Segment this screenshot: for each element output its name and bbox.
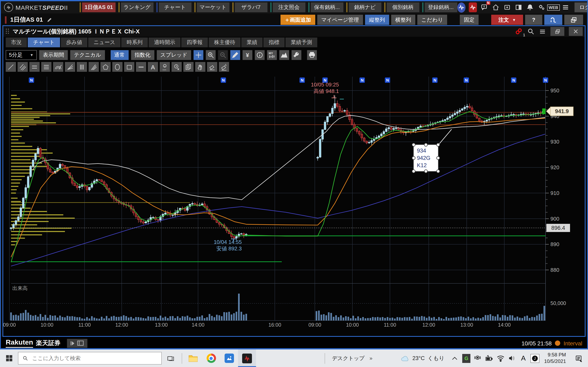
price-chart[interactable]: 10/05 09:25高値 948.110/04 14:55安値 892.393… (3, 72, 585, 336)
ime-language-icon[interactable]: A (518, 350, 528, 367)
tray-battery-icon[interactable] (484, 350, 494, 367)
help-button[interactable]: ? (525, 15, 542, 25)
home-icon[interactable] (492, 2, 500, 12)
settings-gears-icon[interactable] (537, 2, 545, 12)
tab-チャート[interactable]: チャート (28, 38, 60, 47)
app-pulse-blue-icon[interactable] (457, 2, 465, 12)
window-titlebar[interactable]: マルチツール(個別銘柄) 1605 ＩＮＰＥＸ Chi-X 1 (3, 26, 585, 37)
tab-業績予測[interactable]: 業績予測 (285, 38, 317, 47)
order-button[interactable]: 注文▼ (491, 15, 523, 25)
icon-stamp-icon[interactable]: icon (160, 62, 170, 72)
eraser-icon[interactable] (207, 62, 217, 72)
side-panel-toggle-button[interactable] (67, 339, 87, 348)
start-button[interactable] (0, 350, 18, 367)
zoom-in-icon[interactable] (206, 50, 216, 60)
window-add-icon[interactable] (503, 2, 511, 12)
line-icon[interactable] (6, 62, 16, 72)
quick-order-icon-button[interactable] (544, 15, 562, 25)
tab-株主優待[interactable]: 株主優待 (209, 38, 241, 47)
menu-tab-3[interactable]: マーケット (197, 2, 229, 12)
tab-業績[interactable]: 業績 (241, 38, 263, 47)
panel-toggle-icon[interactable] (514, 2, 522, 12)
menu-tab-5[interactable]: 注文照会 (273, 2, 305, 12)
subheader-button-5[interactable]: 固定 (460, 15, 479, 25)
mode-button-0[interactable]: 通常 (111, 50, 129, 60)
rectangle-icon[interactable] (124, 62, 134, 72)
yen-icon[interactable]: ¥ (242, 50, 252, 60)
tab-市況[interactable]: 市況 (6, 38, 27, 47)
menu-tab-0[interactable]: 1日信AS 01 (82, 2, 115, 12)
duplicate-window-button[interactable] (564, 15, 583, 25)
tray-camera-icon[interactable] (472, 350, 483, 367)
chrome-icon[interactable] (202, 350, 220, 367)
tray-volume-icon[interactable] (507, 350, 517, 367)
tab-四季報[interactable]: 四季報 (181, 38, 208, 47)
menu-tab-7[interactable]: 銘柄ナビ (348, 2, 381, 12)
subheader-button-1[interactable]: マイページ管理 (317, 15, 363, 25)
marketspeed-taskbar-icon[interactable] (238, 350, 256, 367)
tray-chevron-up-icon[interactable] (449, 350, 460, 367)
task-view-button[interactable] (162, 350, 180, 367)
desktop-expand-chevrons[interactable]: » (370, 355, 372, 361)
app-pulse-red-icon[interactable] (468, 2, 477, 12)
vlines-icon[interactable] (77, 62, 87, 72)
taskbar-search[interactable] (18, 352, 162, 365)
notification-center-icon[interactable] (571, 350, 586, 367)
logout-button[interactable]: ログアウト (575, 2, 588, 12)
window-menu-icon[interactable] (539, 28, 546, 35)
ime-mode-icon[interactable]: J (529, 350, 540, 367)
menu-tab-9[interactable]: 登録銘柄... (424, 2, 457, 12)
hamburger-menu-icon[interactable] (562, 2, 570, 12)
fan-lines-icon[interactable] (65, 62, 75, 72)
draw-pencil-icon[interactable] (230, 50, 240, 60)
search-icon[interactable] (527, 28, 535, 35)
mode-button-1[interactable]: 指数化 (131, 50, 154, 60)
fibo-arc-icon[interactable] (53, 62, 63, 72)
my-chart-icon[interactable]: MY (267, 50, 277, 60)
mode-button-2[interactable]: スプレッド (156, 50, 191, 60)
copy-list-icon[interactable] (183, 62, 194, 72)
tab-時系列[interactable]: 時系列 (121, 38, 148, 47)
info-icon[interactable] (255, 50, 265, 60)
web-icon[interactable]: WEB (549, 2, 558, 12)
h-segment-icon[interactable] (136, 62, 146, 72)
zoom-out-icon[interactable] (218, 50, 228, 60)
tab-ニュース[interactable]: ニュース (88, 38, 121, 47)
desktop-label[interactable]: デスクトップ (332, 355, 365, 362)
blue-app-icon[interactable] (220, 350, 238, 367)
menu-tab-6[interactable]: 保有銘柄... (311, 2, 343, 12)
subheader-button-2[interactable]: 縦整列 (365, 15, 389, 25)
tray-wifi-icon[interactable] (495, 350, 506, 367)
edit-page-name-icon[interactable] (47, 17, 52, 23)
drag-handle-icon[interactable] (5, 28, 10, 35)
printer-icon[interactable] (307, 50, 317, 60)
menu-tab-8[interactable]: 個別銘柄 (387, 2, 419, 12)
tab-歩み値[interactable]: 歩み値 (61, 38, 87, 47)
hlines3-icon[interactable] (41, 62, 52, 72)
news-markers[interactable] (29, 77, 548, 83)
toolbar-button-1[interactable]: テクニカル (70, 50, 105, 60)
parallel-lines-icon[interactable] (17, 62, 28, 72)
bell-icon[interactable] (526, 2, 534, 12)
pitchfork-icon[interactable] (89, 62, 99, 72)
search-input[interactable] (31, 355, 157, 362)
tray-green-app-icon[interactable]: G (461, 350, 471, 367)
window-popout-button[interactable] (550, 27, 564, 36)
tab-指標[interactable]: 指標 (263, 38, 285, 47)
menu-tab-4[interactable]: ザラバ7 (234, 2, 267, 12)
news-bubble-icon[interactable]: N (480, 2, 488, 12)
subheader-button-4[interactable]: こだわり (417, 15, 447, 25)
desktop-toolbar[interactable]: デスクトップ » (323, 350, 372, 367)
menu-tab-1[interactable]: ランキング (121, 2, 153, 12)
area-chart-icon[interactable] (279, 50, 289, 60)
time-cycle-icon[interactable] (172, 62, 182, 72)
menu-tab-2[interactable]: チャート (159, 2, 191, 12)
hlines2-icon[interactable] (29, 62, 40, 72)
window-close-button[interactable] (569, 27, 583, 36)
text-icon[interactable]: A (148, 62, 158, 72)
eraser-all-icon[interactable]: A (219, 62, 229, 72)
interval-select[interactable]: 5分足 ▼ (6, 50, 37, 60)
toolbar-button-0[interactable]: 表示期間 (39, 50, 68, 60)
weather-widget[interactable]: 23°C くもり (401, 355, 444, 362)
hand-move-icon[interactable] (195, 62, 205, 72)
